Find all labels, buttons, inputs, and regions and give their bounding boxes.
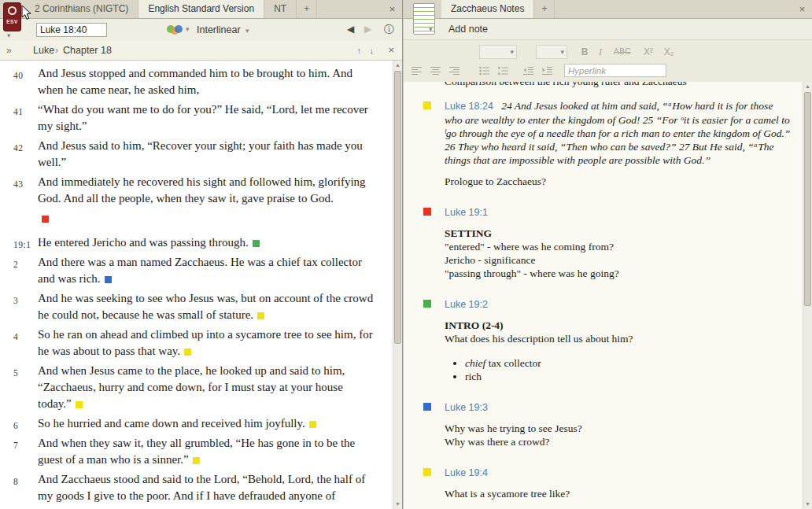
breadcrumb-separator: ›	[55, 41, 58, 60]
verse: 4 So he ran on ahead and climbed up into…	[0, 326, 392, 360]
verse-number: 41	[13, 104, 24, 120]
verse-number: 3	[13, 293, 18, 309]
note-body: Prologue to Zacchaeus?	[404, 175, 793, 188]
verse-text: And when they saw it, they all grumbled,…	[38, 437, 355, 466]
notes-menu-arrow-icon[interactable]: ▾	[429, 25, 433, 33]
numbered-list-icon[interactable]	[498, 65, 512, 77]
font-size-dropdown[interactable]: ▾	[536, 45, 567, 59]
subscript-button[interactable]: X₂	[660, 45, 677, 59]
note-reference[interactable]: Luke 19:3	[445, 402, 493, 413]
visual-filters-icon[interactable]	[167, 25, 184, 35]
interlinear-arrow-icon[interactable]: ▾	[245, 27, 249, 35]
notes-new-tab-button[interactable]: +	[534, 0, 555, 18]
tab-english-standard-version[interactable]: English Standard Version	[138, 0, 264, 18]
verse-number: 19:1	[13, 237, 31, 253]
align-left-icon[interactable]	[412, 65, 426, 77]
verse: 6 So he hurried and came down and receiv…	[0, 415, 392, 432]
breadcrumb-chapter[interactable]: Chapter 18	[63, 41, 112, 60]
note-reference[interactable]: Luke 19:4	[445, 467, 493, 478]
right-panel-close-button[interactable]: ×	[796, 2, 808, 16]
notes-panel: ▾ Zacchaeus Notes + × Add note ▾ ▾ B I A…	[404, 0, 812, 509]
interlinear-menu[interactable]: Interlinear	[197, 19, 241, 41]
highlight-square-red	[42, 216, 49, 223]
verse: 42 And Jesus said to him, “Recover your …	[0, 138, 392, 171]
bible-toolbar: ▾ Interlinear ▾ ◀ ▶ ⓘ	[0, 19, 402, 41]
next-article-icon[interactable]: ↓	[370, 41, 375, 60]
note-reference[interactable]: Luke 18:24	[445, 101, 499, 112]
notes-scrollbar[interactable]: ▲ ▼	[803, 82, 812, 509]
verse: 41 “What do you want me to do for you?” …	[0, 101, 392, 135]
left-tab-bar: 2 Corinthians (NIGTC) English Standard V…	[0, 0, 402, 19]
highlight-square-blue	[105, 276, 112, 283]
scroll-down-icon[interactable]: ▼	[393, 500, 402, 509]
add-note-button[interactable]: Add note	[448, 19, 488, 39]
bible-scrollbar[interactable]: ▲ ▼	[393, 61, 402, 509]
scroll-up-icon[interactable]: ▲	[393, 61, 402, 70]
outdent-icon[interactable]	[523, 65, 537, 77]
back-arrow-icon[interactable]: ◀	[347, 24, 354, 35]
breadcrumb-book[interactable]: Luke	[33, 41, 54, 60]
left-panel-close-button[interactable]: ×	[386, 2, 398, 16]
add-note-bar: Add note	[404, 19, 812, 40]
visual-filters-arrow-icon[interactable]: ▾	[186, 25, 190, 33]
bullet-list-icon[interactable]	[479, 65, 493, 77]
verse-number: 6	[13, 418, 18, 434]
info-icon[interactable]: ⓘ	[384, 23, 394, 37]
note-item: Luke 19:4 What is a sycamore tree like?	[404, 466, 803, 500]
verse: 7 And when they saw it, they all grumble…	[0, 435, 392, 468]
align-right-icon[interactable]	[449, 65, 463, 77]
forward-arrow-icon[interactable]: ▶	[364, 24, 371, 35]
notes-scroll-up-icon[interactable]: ▲	[803, 82, 812, 91]
bible-text: 40 And Jesus stopped and commanded him t…	[0, 61, 392, 509]
tab-nt[interactable]: NT	[264, 0, 297, 18]
strikethrough-button[interactable]: ABC	[610, 45, 635, 59]
previous-article-icon[interactable]: ↑	[357, 41, 362, 60]
note-reference[interactable]: Luke 19:2	[445, 299, 493, 310]
note-color-square	[423, 101, 431, 109]
verse-number: 42	[13, 140, 24, 157]
bible-scroll-thumb[interactable]	[394, 71, 401, 344]
highlight-square-yellow	[184, 349, 191, 356]
verse-text	[38, 212, 49, 224]
highlight-square-green	[253, 240, 260, 247]
hyperlink-input[interactable]	[564, 64, 666, 77]
verse: 5 And when Jesus came to the place, he l…	[0, 363, 392, 412]
indent-icon[interactable]	[542, 65, 556, 77]
collapse-chevrons-icon[interactable]: »	[6, 41, 12, 60]
tab-zacchaeus-notes[interactable]: Zacchaeus Notes	[441, 0, 534, 18]
font-style-dropdown[interactable]: ▾	[479, 45, 517, 59]
font-style-arrow-icon: ▾	[510, 48, 514, 56]
notes-scroll-thumb[interactable]	[804, 92, 811, 306]
locator-close-icon[interactable]: ×	[388, 41, 394, 60]
verse-text: “What do you want me to do for you?” He …	[38, 103, 368, 132]
note-reference[interactable]: Luke 19:1	[445, 207, 493, 218]
italic-button[interactable]: I	[596, 45, 605, 59]
verse-text: And there was a man named Zacchaeus. He …	[38, 256, 362, 285]
notes-list: Luke 18:24 24 And Jesus looked at him an…	[404, 99, 803, 500]
reference-input[interactable]	[36, 23, 107, 37]
note-bullet-item: chief tax collector	[465, 356, 793, 370]
verse-number: 5	[13, 365, 18, 382]
verse-text: He entered Jericho and was passing throu…	[38, 236, 260, 249]
verse: 43 And immediately he recovered his sigh…	[0, 174, 392, 207]
bold-button[interactable]: B	[578, 45, 591, 59]
highlight-square-yellow	[257, 312, 264, 319]
note-heading: INTRO (2-4)	[445, 319, 793, 332]
note-text-line: "entered" - where was he coming from?	[445, 240, 793, 253]
verse: 19:1 He entered Jericho and was passing …	[0, 234, 392, 251]
verse: 40 And Jesus stopped and commanded him t…	[0, 65, 392, 98]
verse: 3 And he was seeking to see who Jesus wa…	[0, 290, 392, 323]
highlight-square-yellow	[309, 421, 316, 428]
verse-number: 2	[13, 256, 18, 273]
align-center-icon[interactable]	[430, 65, 445, 77]
verse-number: 40	[13, 68, 24, 84]
tab-2-corinthians[interactable]: 2 Corinthians (NIGTC)	[25, 0, 138, 18]
notes-scroll-down-icon[interactable]: ▼	[803, 500, 812, 509]
highlight-square-yellow	[76, 401, 83, 408]
resource-menu-arrow-icon[interactable]: ▾	[7, 31, 11, 39]
esv-resource-icon[interactable]: ESV	[3, 2, 21, 31]
new-tab-button[interactable]: +	[297, 0, 317, 18]
superscript-button[interactable]: X²	[640, 45, 657, 59]
verse-number: 43	[13, 176, 24, 193]
note-text-line: "passing through" - where was he going?	[445, 267, 793, 280]
